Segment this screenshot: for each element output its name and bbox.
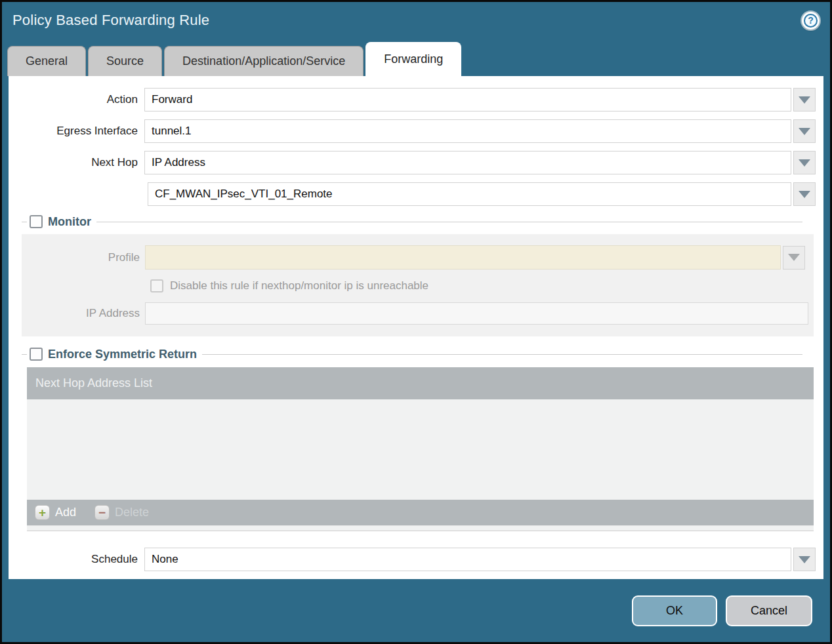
schedule-fieldwrap: None bbox=[144, 548, 816, 571]
dialog-title: Policy Based Forwarding Rule bbox=[12, 12, 209, 29]
next-hop-row: Next Hop IP Address bbox=[9, 151, 816, 174]
cancel-button[interactable]: Cancel bbox=[726, 595, 812, 626]
monitor-disable-rule-row: Disable this rule if nexthop/monitor ip … bbox=[150, 279, 814, 292]
egress-interface-fieldwrap: tunnel.1 bbox=[144, 119, 816, 143]
monitor-ip-address-row: IP Address bbox=[22, 302, 814, 325]
next-hop-address-fieldwrap: CF_MWAN_IPsec_VTI_01_Remote bbox=[148, 182, 816, 206]
add-button-label: Add bbox=[55, 506, 76, 519]
chevron-down-icon bbox=[799, 96, 810, 104]
tab-destination-application-service[interactable]: Destination/Application/Service bbox=[164, 46, 364, 76]
next-hop-address-list-body[interactable] bbox=[27, 399, 814, 500]
chevron-down-icon bbox=[799, 191, 810, 198]
add-button[interactable]: + Add bbox=[35, 505, 76, 520]
monitor-profile-row: Profile bbox=[22, 245, 814, 270]
next-hop-type-dropdown-button[interactable] bbox=[793, 151, 816, 174]
monitor-profile-label: Profile bbox=[22, 251, 145, 264]
tab-forwarding[interactable]: Forwarding bbox=[365, 42, 461, 76]
legend-line bbox=[202, 354, 802, 355]
symmetric-return-legend: Enforce Symmetric Return bbox=[22, 346, 802, 362]
disable-rule-label: Disable this rule if nexthop/monitor ip … bbox=[170, 279, 428, 292]
egress-interface-label: Egress Interface bbox=[9, 125, 144, 138]
chevron-down-icon bbox=[799, 128, 810, 135]
monitor-checkbox[interactable] bbox=[30, 215, 43, 228]
action-row: Action Forward bbox=[9, 88, 816, 111]
schedule-dropdown-button[interactable] bbox=[793, 548, 816, 571]
action-select[interactable]: Forward bbox=[144, 88, 791, 111]
action-label: Action bbox=[9, 93, 144, 106]
help-icon[interactable]: ? bbox=[802, 12, 820, 30]
next-hop-fieldwrap: IP Address bbox=[144, 151, 816, 174]
question-mark-glyph: ? bbox=[804, 14, 818, 28]
monitor-label: Monitor bbox=[48, 215, 96, 229]
monitor-profile-select bbox=[145, 245, 781, 270]
egress-interface-select[interactable]: tunnel.1 bbox=[144, 119, 791, 143]
monitor-legend: Monitor bbox=[22, 214, 802, 230]
action-fieldwrap: Forward bbox=[144, 88, 816, 111]
chevron-down-icon bbox=[788, 254, 800, 261]
symmetric-return-label: Enforce Symmetric Return bbox=[48, 348, 202, 361]
disable-rule-checkbox bbox=[150, 279, 163, 292]
monitor-profile-dropdown-button bbox=[783, 246, 805, 270]
tab-content-forwarding: Action Forward Egress Interface tunnel.1… bbox=[9, 76, 823, 579]
ok-button[interactable]: OK bbox=[632, 595, 717, 626]
delete-button-label: Delete bbox=[115, 506, 149, 519]
next-hop-address-select[interactable]: CF_MWAN_IPsec_VTI_01_Remote bbox=[148, 182, 791, 206]
schedule-row: Schedule None bbox=[9, 548, 816, 571]
next-hop-address-row: CF_MWAN_IPsec_VTI_01_Remote bbox=[9, 182, 816, 206]
legend-line bbox=[96, 222, 802, 222]
delete-button: − Delete bbox=[94, 505, 149, 520]
action-dropdown-button[interactable] bbox=[793, 88, 816, 111]
schedule-label: Schedule bbox=[9, 553, 144, 566]
symmetric-return-fieldset: Enforce Symmetric Return Next Hop Addres… bbox=[22, 346, 802, 531]
policy-based-forwarding-dialog: Policy Based Forwarding Rule ? General S… bbox=[0, 0, 832, 644]
schedule-select[interactable]: None bbox=[144, 548, 791, 571]
egress-interface-row: Egress Interface tunnel.1 bbox=[9, 119, 816, 143]
minus-icon: − bbox=[94, 505, 110, 520]
table-bottom-strip bbox=[27, 525, 814, 531]
legend-line bbox=[22, 354, 27, 355]
egress-interface-dropdown-button[interactable] bbox=[793, 119, 816, 143]
next-hop-label: Next Hop bbox=[9, 156, 144, 169]
monitor-panel: Profile Disable this rule if nexthop/mon… bbox=[22, 234, 814, 336]
monitor-ip-address-label: IP Address bbox=[22, 307, 145, 320]
chevron-down-icon bbox=[799, 159, 810, 167]
monitor-ip-address-input bbox=[145, 302, 808, 325]
tab-bar: General Source Destination/Application/S… bbox=[2, 39, 830, 76]
plus-icon: + bbox=[35, 505, 50, 520]
monitor-fieldset: Monitor Profile Disable this rule if nex… bbox=[22, 214, 802, 336]
next-hop-address-list-header: Next Hop Address List bbox=[27, 367, 814, 399]
next-hop-address-list-toolbar: + Add − Delete bbox=[27, 500, 814, 525]
next-hop-address-dropdown-button[interactable] bbox=[793, 182, 816, 206]
next-hop-address-list-table: Next Hop Address List + Add − Delete bbox=[27, 367, 814, 531]
next-hop-type-select[interactable]: IP Address bbox=[144, 151, 791, 174]
dialog-footer: OK Cancel bbox=[2, 579, 830, 642]
dialog-titlebar: Policy Based Forwarding Rule ? bbox=[2, 2, 830, 39]
tab-source[interactable]: Source bbox=[88, 46, 162, 76]
symmetric-return-checkbox[interactable] bbox=[30, 348, 43, 361]
legend-line bbox=[22, 222, 27, 222]
chevron-down-icon bbox=[799, 556, 810, 563]
tab-general[interactable]: General bbox=[7, 46, 86, 76]
